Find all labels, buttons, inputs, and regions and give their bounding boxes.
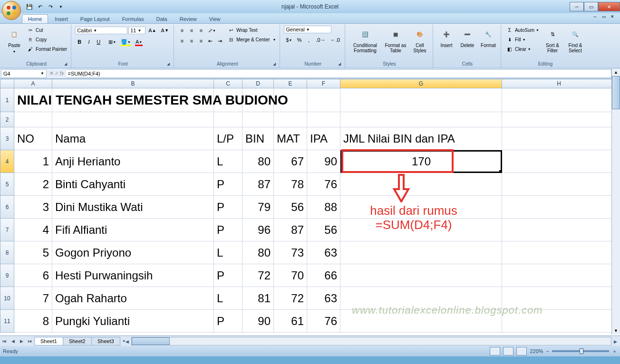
cell-A11[interactable]: 8 (14, 310, 52, 333)
format-painter-button[interactable]: 🖌Format Painter (26, 45, 68, 53)
row-header-2[interactable]: 2 (0, 112, 14, 127)
cell-B9[interactable]: Hesti Purwaningsih (52, 264, 214, 287)
row-header-3[interactable]: 3 (0, 127, 14, 150)
cell-F8[interactable]: 63 (307, 241, 340, 264)
cell-A5[interactable]: 2 (14, 173, 52, 196)
qat-customize-icon[interactable]: ▼ (57, 3, 65, 10)
enter-formula-icon[interactable]: ✓ (55, 70, 59, 77)
cell-D6[interactable]: 79 (242, 196, 274, 219)
vscroll-thumb[interactable] (612, 76, 620, 109)
cell-C6[interactable]: P (214, 196, 242, 219)
font-color-button[interactable]: A▼ (134, 37, 144, 47)
vertical-scrollbar[interactable]: ▲ ▼ (611, 68, 620, 335)
cell-G3[interactable]: JML Nilai BIN dan IPA (340, 127, 502, 150)
font-launcher-icon[interactable]: ◢ (167, 62, 173, 67)
col-header-A[interactable]: A (14, 79, 52, 88)
cell-styles-button[interactable]: 🎨Cell Styles (410, 26, 430, 54)
cell-A4[interactable]: 1 (14, 150, 52, 173)
merge-center-button[interactable]: ⊟Merge & Center▼ (226, 35, 277, 44)
cell-B5[interactable]: Binti Cahyanti (52, 173, 214, 196)
cell-A1[interactable]: NILAI TENGAH SEMESTER SMA BUDIONO (14, 88, 52, 112)
cell-E7[interactable]: 87 (274, 219, 307, 241)
decrease-indent-button[interactable]: ⇤ (206, 36, 215, 46)
doc-close-button[interactable]: ✕ (610, 14, 617, 21)
cell-D9[interactable]: 72 (242, 264, 274, 287)
cell-G8[interactable] (340, 241, 502, 264)
find-select-button[interactable]: 🔍Find & Select (565, 26, 586, 54)
cell-H6[interactable] (502, 196, 616, 219)
cut-button[interactable]: ✂Cut (26, 26, 68, 34)
cell-E6[interactable]: 56 (274, 196, 307, 219)
cell-C8[interactable]: L (214, 241, 242, 264)
normal-view-button[interactable] (490, 347, 500, 355)
cell-C7[interactable]: P (214, 219, 242, 241)
underline-button[interactable]: U (94, 37, 103, 47)
scroll-down-icon[interactable]: ▼ (612, 327, 620, 335)
tab-insert[interactable]: Insert (49, 15, 74, 23)
delete-cells-button[interactable]: ➖Delete (458, 26, 477, 49)
cell-F6[interactable]: 88 (307, 196, 340, 219)
cell-A3[interactable]: NO (14, 127, 52, 150)
tab-review[interactable]: Review (174, 15, 203, 23)
cell-F1[interactable] (307, 88, 340, 112)
cell-H1[interactable] (502, 88, 616, 112)
tab-page-layout[interactable]: Page Layout (75, 15, 116, 23)
cell-G6[interactable] (340, 196, 502, 219)
name-box[interactable]: G4▼ (1, 69, 47, 78)
close-button[interactable]: ✕ (598, 2, 620, 11)
cell-G4[interactable]: 170 (340, 150, 502, 173)
cell-D7[interactable]: 96 (242, 219, 274, 241)
align-top-button[interactable]: ≡ (178, 26, 186, 35)
col-header-E[interactable]: E (274, 79, 307, 88)
sort-filter-button[interactable]: ⇅Sort & Filter (542, 26, 563, 54)
cell-H5[interactable] (502, 173, 616, 196)
cell-F4[interactable]: 90 (307, 150, 340, 173)
cell-E8[interactable]: 73 (274, 241, 307, 264)
grow-font-button[interactable]: A▲ (146, 26, 158, 35)
sheet-nav-last-icon[interactable]: ⏭ (26, 337, 34, 345)
cell-B4[interactable]: Anji Herianto (52, 150, 214, 173)
cell-H8[interactable] (502, 241, 616, 264)
font-name-dropdown[interactable]: Calibri▼ (75, 27, 127, 34)
cell-G5[interactable] (340, 173, 502, 196)
cell-C3[interactable]: L/P (214, 127, 242, 150)
cell-G1[interactable] (340, 88, 502, 112)
col-header-F[interactable]: F (307, 79, 340, 88)
tab-formulas[interactable]: Formulas (116, 15, 150, 23)
conditional-formatting-button[interactable]: 🔢Conditional Formatting (349, 26, 381, 54)
cell-A7[interactable]: 4 (14, 219, 52, 241)
decrease-decimal-button[interactable]: ←.0 (329, 35, 342, 45)
cell-G9[interactable] (340, 264, 502, 287)
alignment-launcher-icon[interactable]: ◢ (273, 62, 279, 67)
cell-D5[interactable]: 87 (242, 173, 274, 196)
sheet-tab-3[interactable]: Sheet3 (91, 337, 120, 345)
sheet-tab-1[interactable]: Sheet1 (34, 337, 63, 345)
hscroll-thumb[interactable] (132, 337, 170, 345)
col-header-B[interactable]: B (52, 79, 214, 88)
col-header-D[interactable]: D (242, 79, 274, 88)
cell-F10[interactable]: 63 (307, 287, 340, 310)
autosum-button[interactable]: ΣAutoSum▼ (505, 26, 540, 34)
accounting-button[interactable]: $▼ (284, 35, 294, 45)
align-right-button[interactable]: ≡ (197, 36, 205, 46)
cell-C11[interactable]: P (214, 310, 242, 333)
scroll-right-icon[interactable]: ▶ (611, 337, 620, 346)
bold-button[interactable]: B (75, 37, 84, 47)
cell-H10[interactable] (502, 287, 616, 310)
cell-H7[interactable] (502, 219, 616, 241)
fill-color-button[interactable]: 🪣▼ (119, 37, 133, 47)
cell-D11[interactable]: 90 (242, 310, 274, 333)
zoom-level[interactable]: 220% (530, 348, 543, 354)
tab-data[interactable]: Data (150, 15, 173, 23)
cell-E5[interactable]: 78 (274, 173, 307, 196)
cell-C4[interactable]: L (214, 150, 242, 173)
redo-icon[interactable]: ↷ (47, 3, 54, 10)
cell-B11[interactable]: Pungki Yulianti (52, 310, 214, 333)
row-header-7[interactable]: 7 (0, 219, 14, 241)
formula-input[interactable]: =SUM(D4;F4) (66, 69, 611, 78)
align-center-button[interactable]: ≡ (187, 36, 196, 46)
cell-D8[interactable]: 80 (242, 241, 274, 264)
align-left-button[interactable]: ≡ (178, 36, 186, 46)
cell-H3[interactable] (502, 127, 616, 150)
row-header-11[interactable]: 11 (0, 310, 14, 333)
